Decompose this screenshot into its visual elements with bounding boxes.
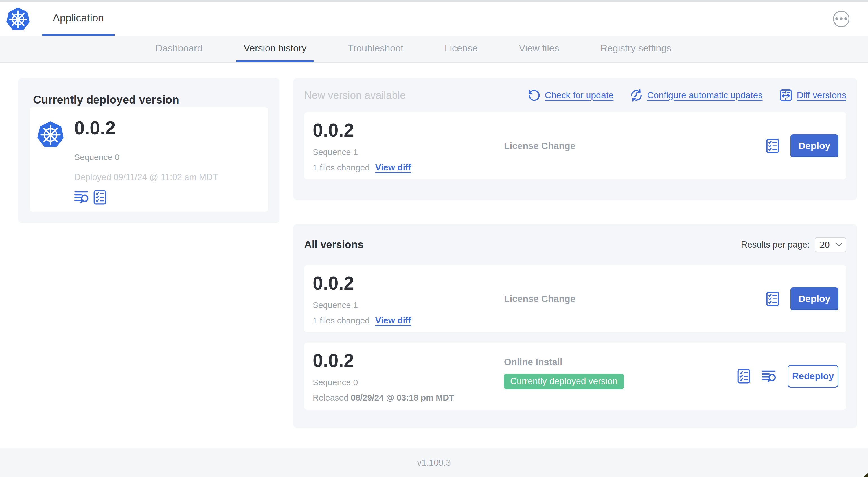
refresh-icon xyxy=(528,89,541,102)
version-sequence: Sequence 1 xyxy=(313,147,411,157)
app-tab-application[interactable]: Application xyxy=(42,2,115,36)
tab-dashboard[interactable]: Dashboard xyxy=(148,36,209,62)
all-versions-title: All versions xyxy=(304,239,741,251)
version-row-sequence-0: 0.0.2 Sequence 0 Released 08/29/24 @ 03:… xyxy=(304,342,846,410)
version-row-sequence-1: 0.0.2 Sequence 1 1 files changed View di… xyxy=(304,265,846,332)
console-version: v1.109.3 xyxy=(417,458,451,468)
preflight-checklist-icon[interactable] xyxy=(766,292,779,306)
app-tab-label: Application xyxy=(53,12,104,24)
app-header: Application xyxy=(0,2,868,36)
version-number: 0.0.2 xyxy=(313,274,411,292)
released-at-text: Released 08/29/24 @ 03:18 pm MDT xyxy=(313,393,454,403)
currently-deployed-title: Currently deployed version xyxy=(33,93,268,106)
configure-automatic-updates-link[interactable]: Configure automatic updates xyxy=(630,89,763,102)
deploy-button[interactable]: Deploy xyxy=(790,135,838,157)
diff-versions-link[interactable]: Diff versions xyxy=(779,89,846,102)
check-for-update-link[interactable]: Check for update xyxy=(528,89,614,102)
files-changed-text: 1 files changed xyxy=(313,316,370,325)
results-per-page-label: Results per page: xyxy=(741,240,810,250)
current-version-number: 0.0.2 xyxy=(74,119,218,137)
chevron-down-icon xyxy=(836,243,842,247)
version-sequence: Sequence 0 xyxy=(313,378,454,387)
version-number: 0.0.2 xyxy=(313,351,454,370)
preflight-checklist-icon[interactable] xyxy=(737,369,750,384)
nav-tabbar: Dashboard Version history Troubleshoot L… xyxy=(0,36,868,63)
tab-version-history[interactable]: Version history xyxy=(237,36,313,62)
current-version-deployed-at: Deployed 09/11/24 @ 11:02 am MDT xyxy=(74,172,218,182)
currently-deployed-badge: Currently deployed version xyxy=(504,374,624,389)
currently-deployed-card: Currently deployed version 0.0.2 Sequenc… xyxy=(18,78,279,223)
top-edge-strip xyxy=(0,0,868,2)
logs-icon[interactable] xyxy=(74,190,89,205)
version-type-label: License Change xyxy=(504,294,576,304)
logs-icon[interactable] xyxy=(762,369,776,383)
schedule-icon xyxy=(630,89,643,102)
new-version-title: New version available xyxy=(304,89,528,101)
version-sequence: Sequence 1 xyxy=(313,300,411,310)
tab-view-files[interactable]: View files xyxy=(512,36,566,62)
tab-registry-settings[interactable]: Registry settings xyxy=(593,36,678,62)
new-version-card: New version available Check for update xyxy=(293,78,857,200)
ellipsis-icon xyxy=(835,18,838,20)
new-version-row: 0.0.2 Sequence 1 1 files changed View di… xyxy=(304,112,846,179)
redeploy-button[interactable]: Redeploy xyxy=(787,365,838,388)
version-type-label: Online Install xyxy=(504,357,624,367)
version-type-label: License Change xyxy=(504,141,576,151)
tab-troubleshoot[interactable]: Troubleshoot xyxy=(341,36,410,62)
kubernetes-app-icon xyxy=(37,120,64,148)
files-changed-text: 1 files changed xyxy=(313,163,370,173)
currently-deployed-inner-card: 0.0.2 Sequence 0 Deployed 09/11/24 @ 11:… xyxy=(30,107,268,212)
cursor-artifact xyxy=(864,473,868,477)
all-versions-card: All versions Results per page: 20 0.0.2 … xyxy=(293,224,857,428)
version-number: 0.0.2 xyxy=(313,121,411,140)
preflight-checklist-icon[interactable] xyxy=(93,190,106,205)
kubernetes-logo-icon xyxy=(6,6,30,31)
tab-license[interactable]: License xyxy=(438,36,485,62)
overflow-menu-button[interactable] xyxy=(833,11,849,27)
view-diff-link[interactable]: View diff xyxy=(375,162,411,173)
results-per-page-select[interactable]: 20 xyxy=(815,237,846,252)
view-diff-link[interactable]: View diff xyxy=(375,316,411,326)
diff-icon xyxy=(779,89,793,102)
preflight-checklist-icon[interactable] xyxy=(766,139,779,153)
released-date: 08/29/24 @ 03:18 pm MDT xyxy=(351,393,454,402)
current-version-sequence: Sequence 0 xyxy=(74,152,218,162)
deploy-button[interactable]: Deploy xyxy=(790,287,838,310)
results-per-page-value: 20 xyxy=(820,240,836,250)
footer: v1.109.3 xyxy=(0,448,868,477)
